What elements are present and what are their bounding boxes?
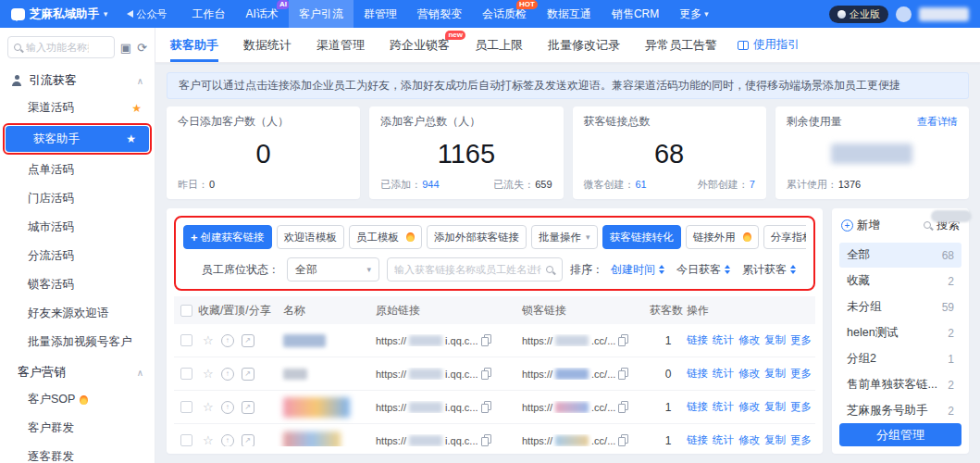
nav-item[interactable]: 群管理 <box>354 0 407 28</box>
row-checkbox[interactable] <box>180 434 192 446</box>
sidebar-item[interactable]: 城市活码 <box>0 213 155 242</box>
seat-status-select[interactable]: 全部 ▾ <box>287 257 379 282</box>
copy-icon[interactable] <box>481 334 491 346</box>
share-icon[interactable]: ↗ <box>242 401 254 414</box>
tab[interactable]: 批量修改记录 <box>548 28 620 62</box>
toolbar-button[interactable]: 员工模板 <box>349 225 422 249</box>
toolbar-button[interactable]: 链接外用 <box>686 225 759 249</box>
group-item[interactable]: 收藏2 <box>839 269 961 294</box>
panel-toggle-icon[interactable]: ▣ <box>120 42 131 54</box>
row-action-link[interactable]: 统计 <box>713 433 734 446</box>
sidebar-item[interactable]: 好友来源欢迎语 <box>0 299 155 328</box>
toolbar-button[interactable]: 添加外部获客链接 <box>427 225 527 249</box>
star-icon[interactable]: ★ <box>131 102 142 115</box>
group-item[interactable]: 全部68 <box>839 243 961 268</box>
pin-top-icon[interactable]: ↑ <box>221 334 234 347</box>
copy-icon[interactable] <box>618 368 628 380</box>
copy-icon[interactable] <box>618 334 628 346</box>
group-item[interactable]: 未分组59 <box>839 294 961 319</box>
group-item[interactable]: 芝麻服务号助手2 <box>839 398 961 423</box>
favorite-star-icon[interactable]: ☆ <box>203 367 214 381</box>
collapsed-floating-widget[interactable] <box>931 210 972 222</box>
row-action-link[interactable]: 链接 <box>687 400 708 414</box>
toolbar-button[interactable]: 获客链接转化 <box>602 225 681 249</box>
row-action-link[interactable]: 统计 <box>713 367 734 381</box>
pin-top-icon[interactable]: ↑ <box>221 368 234 381</box>
row-action-link[interactable]: 复制 <box>764 433 786 446</box>
nav-item[interactable]: 工作台 <box>182 0 236 28</box>
favorite-star-icon[interactable]: ☆ <box>203 333 214 347</box>
view-details-link[interactable]: 查看详情 <box>917 115 958 129</box>
sidebar-group-header[interactable]: 客户营销∧ <box>0 357 155 385</box>
sidebar-item[interactable]: 门店活码 <box>0 184 155 213</box>
add-group-button[interactable]: + 新增 <box>841 218 880 233</box>
row-action-link[interactable]: 复制 <box>764 333 786 347</box>
nav-item[interactable]: 客户引流 <box>289 0 354 28</box>
tab[interactable]: 渠道管理 <box>316 28 365 62</box>
row-action-link[interactable]: 更多 <box>790 333 812 347</box>
pin-top-icon[interactable]: ↑ <box>221 401 234 414</box>
copy-icon[interactable] <box>481 368 491 380</box>
row-action-link[interactable]: 链接 <box>687 367 708 381</box>
official-account-link[interactable]: 公众号 <box>118 0 177 28</box>
sidebar-item[interactable]: 获客助手★ <box>6 126 149 152</box>
share-icon[interactable]: ↗ <box>242 434 254 447</box>
toolbar-button[interactable]: 批量操作▾ <box>531 225 598 249</box>
sidebar-item[interactable]: 分流活码 <box>0 242 155 270</box>
share-icon[interactable]: ↗ <box>242 368 254 381</box>
sidebar-item[interactable]: 锁客活码 <box>0 270 155 299</box>
tab[interactable]: 异常员工告警 <box>645 28 717 62</box>
tab[interactable]: 跨企业锁客new <box>390 28 450 62</box>
nav-item[interactable]: 会话质检HOT <box>472 0 537 28</box>
row-action-link[interactable]: 统计 <box>713 333 734 347</box>
sidebar-item[interactable]: 渠道活码★ <box>0 94 155 122</box>
sidebar-item[interactable]: 逐客群发 <box>0 443 155 463</box>
nav-item[interactable]: 销售CRM <box>602 0 669 28</box>
sort-option[interactable]: 今日获客 <box>676 262 730 278</box>
avatar[interactable] <box>896 6 912 22</box>
row-action-link[interactable]: 统计 <box>713 400 734 414</box>
copy-icon[interactable] <box>618 434 628 446</box>
row-action-link[interactable]: 复制 <box>764 400 786 414</box>
row-action-link[interactable]: 修改 <box>738 400 760 414</box>
link-search-input[interactable] <box>394 264 541 275</box>
row-checkbox[interactable] <box>180 401 192 413</box>
nav-item[interactable]: AI话术AI <box>236 0 289 28</box>
link-search-box[interactable] <box>387 257 563 282</box>
sidebar-search-input[interactable] <box>26 42 89 53</box>
sidebar-search-box[interactable] <box>7 36 115 58</box>
row-action-link[interactable]: 修改 <box>738 433 760 446</box>
share-icon[interactable]: ↗ <box>242 334 254 347</box>
row-action-link[interactable]: 更多 <box>790 400 812 414</box>
user-name-blurred[interactable] <box>919 7 969 21</box>
row-checkbox[interactable] <box>180 334 192 346</box>
group-item[interactable]: 分组21 <box>839 346 961 371</box>
tab[interactable]: 获客助手 <box>170 28 218 62</box>
toolbar-button[interactable]: 欢迎语模板 <box>277 225 345 249</box>
group-item[interactable]: helen测试2 <box>839 320 961 345</box>
row-action-link[interactable]: 修改 <box>738 367 760 381</box>
sidebar-group-header[interactable]: 引流获客∧ <box>0 65 155 94</box>
group-manage-button[interactable]: 分组管理 <box>839 423 961 446</box>
nav-item[interactable]: 数据互通 <box>537 0 602 28</box>
copy-icon[interactable] <box>481 401 491 413</box>
sort-option[interactable]: 创建时间 <box>611 262 664 278</box>
sidebar-item[interactable]: 客户SOP <box>0 385 155 414</box>
nav-item[interactable]: 营销裂变 <box>407 0 472 28</box>
copy-icon[interactable] <box>618 401 628 413</box>
sidebar-item[interactable]: 客户群发 <box>0 414 155 443</box>
toolbar-button[interactable]: 分享指标 <box>763 225 806 249</box>
row-checkbox[interactable] <box>180 368 192 380</box>
sort-option[interactable]: 累计获客 <box>742 262 796 278</box>
sidebar-item[interactable]: 批量添加视频号客户 <box>0 328 155 357</box>
tab[interactable]: 数据统计 <box>243 28 292 62</box>
app-logo[interactable]: 芝麻私域助手 ▾ <box>0 0 118 28</box>
toolbar-button[interactable]: +创建获客链接 <box>183 225 272 249</box>
refresh-icon[interactable]: ⟳ <box>137 42 147 54</box>
copy-icon[interactable] <box>481 434 491 446</box>
favorite-star-icon[interactable]: ☆ <box>203 400 214 414</box>
row-action-link[interactable]: 更多 <box>790 433 812 446</box>
row-action-link[interactable]: 链接 <box>687 433 708 446</box>
favorite-star-icon[interactable]: ☆ <box>203 433 214 446</box>
row-action-link[interactable]: 更多 <box>790 367 812 381</box>
